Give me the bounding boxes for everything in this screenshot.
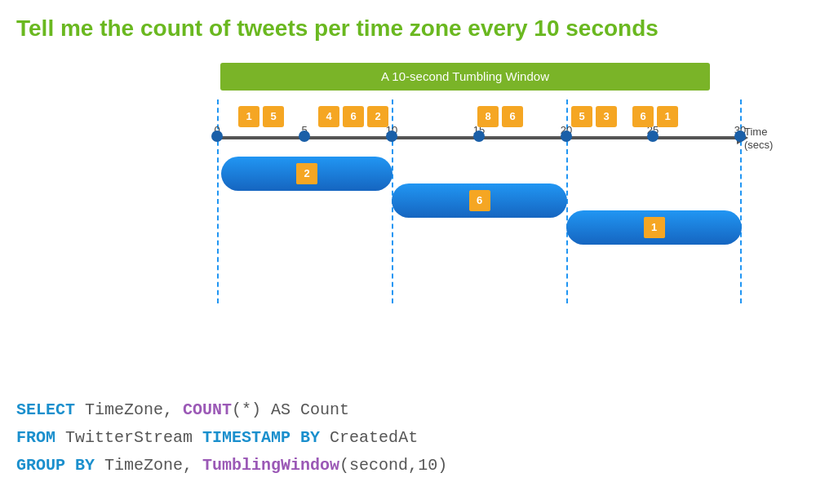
dot-10 (386, 130, 397, 142)
sql-line3-args: (second,10) (339, 456, 447, 475)
tweet-box-9: 3 (596, 106, 617, 127)
dot-0 (211, 130, 223, 142)
tweet-box-1: 1 (238, 106, 259, 127)
dot-15 (473, 130, 485, 142)
tweet-box-4: 6 (343, 106, 364, 127)
window-bar-3: 5 3 6 1 (566, 210, 742, 245)
sql-section: SELECT TimeZone, COUNT(*) AS Count FROM … (16, 396, 447, 480)
window-bar-1: 1 5 4 6 2 (221, 157, 392, 191)
sql-select-keyword: SELECT (16, 400, 75, 419)
tweet-box-11: 1 (657, 106, 678, 127)
time-unit-label: Time(secs) (744, 126, 773, 153)
sql-line3-text2: TimeZone, (95, 456, 202, 475)
sql-line2-text1: TwitterStream (55, 428, 202, 447)
dot-20 (561, 130, 572, 142)
dot-30 (734, 130, 746, 142)
sql-line2-text2 (290, 428, 300, 447)
sql-tumbling-fn: TumblingWindow (202, 456, 339, 475)
sql-timestamp-keyword: TIMESTAMP (202, 428, 290, 447)
sql-line3-text1 (65, 456, 75, 475)
tweet-box-7: 6 (502, 106, 523, 127)
tweet-box-3: 4 (318, 106, 339, 127)
tweet-box-10: 6 (632, 106, 654, 127)
bar1-tweet-5: 2 (296, 163, 317, 184)
sql-line-1: SELECT TimeZone, COUNT(*) AS Count (16, 396, 447, 424)
sql-by2-keyword: BY (75, 456, 95, 475)
tumbling-window-banner: A 10-second Tumbling Window (220, 63, 710, 91)
sql-line-3: GROUP BY TimeZone, TumblingWindow(second… (16, 452, 447, 480)
sql-line2-text3: CreatedAt (320, 428, 418, 447)
dot-25 (647, 130, 659, 142)
tweet-box-8: 5 (571, 106, 592, 127)
sql-from-keyword: FROM (16, 428, 55, 447)
window-bar-2: 8 6 (392, 183, 567, 218)
bar2-tweet-2: 6 (469, 190, 490, 211)
sql-line-2: FROM TwitterStream TIMESTAMP BY CreatedA… (16, 424, 447, 452)
tweet-box-6: 8 (477, 106, 499, 127)
sql-count-keyword: COUNT (183, 400, 232, 419)
dot-5 (299, 130, 310, 142)
diagram-area: A 10-second Tumbling Window 0 5 10 15 20… (0, 51, 816, 336)
tweet-box-2: 5 (263, 106, 284, 127)
sql-group-keyword: GROUP (16, 456, 65, 475)
page-title: Tell me the count of tweets per time zon… (0, 0, 816, 51)
sql-line1-text2: (*) AS Count (232, 400, 349, 419)
sql-line1-text1: TimeZone, (75, 400, 183, 419)
bar3-tweet-4: 1 (644, 217, 665, 238)
sql-by-keyword: BY (300, 428, 320, 447)
tweet-box-5: 2 (367, 106, 388, 127)
